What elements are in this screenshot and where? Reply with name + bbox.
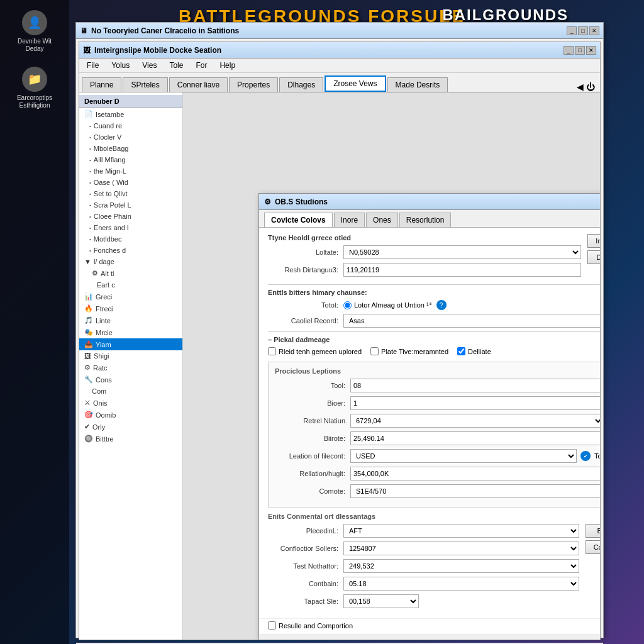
dialog-tab-covicte[interactable]: Covicte Colovs	[264, 213, 333, 227]
inner-minimize-button[interactable]: _	[564, 46, 574, 55]
tool-label: Tool:	[275, 382, 350, 389]
dialog-tab-resorlution[interactable]: Resorlution	[399, 213, 452, 227]
desly-de-button[interactable]: Desly De...	[587, 250, 600, 264]
test-select[interactable]: 249,532	[343, 559, 579, 573]
bullet-icon: •	[89, 169, 91, 174]
menu-bar: File Yolus Vies Tole For Help	[79, 58, 600, 73]
sidebar-item-com[interactable]: Com	[79, 386, 182, 397]
sidebar-item-fonches[interactable]: • Fonches d	[79, 245, 182, 256]
sidebar-item-linte[interactable]: 🎵 Linte	[79, 314, 182, 326]
sidebar-item-mbolebag[interactable]: • MboleBagg	[79, 143, 182, 154]
check1-input[interactable]	[268, 347, 276, 355]
sidebar-item-eners[interactable]: • Eners and l	[79, 222, 182, 233]
confloctior-select[interactable]: 1254807	[343, 541, 579, 555]
tab-dlhages[interactable]: Dlhages	[279, 77, 323, 92]
tab-conner-liave[interactable]: Conner liave	[169, 77, 228, 92]
desktop-icon-folder[interactable]: 📁 Earcoroptips Esthifigtion	[9, 63, 60, 113]
dialog-tab-ones[interactable]: Ones	[366, 213, 398, 227]
bioer-row: Bioer:	[275, 396, 600, 410]
sidebar-item-cloee[interactable]: • Cloee Phain	[79, 211, 182, 222]
tab-planne[interactable]: Planne	[82, 77, 121, 92]
contbain-select[interactable]: 05.18	[343, 577, 579, 591]
sidebar-item-mrcie[interactable]: 🎭 Mrcie	[79, 326, 182, 338]
sidebar-item-scra[interactable]: • Scra Potel L	[79, 199, 182, 211]
dialog: ⚙ OB.S Studions ✕ Covicte Colovs Inore O…	[258, 193, 600, 640]
dialog-icon: ⚙	[264, 197, 271, 206]
sidebar-item-orly[interactable]: ✔ Orly	[79, 421, 182, 433]
tab-sprteles[interactable]: SPrteles	[123, 77, 167, 92]
resulle-checkbox[interactable]	[268, 621, 276, 630]
tapact-select[interactable]: 00,158	[343, 594, 419, 608]
sidebar-item-ratc[interactable]: ⚙ Ratc	[79, 362, 182, 374]
check3-input[interactable]	[457, 347, 465, 355]
sidebar-item-alt[interactable]: ⚙ Alt ti	[79, 267, 182, 279]
minimize-button[interactable]: _	[567, 26, 577, 35]
totot-radio: Lotor Almeag ot Untion ¹⁴ ?	[343, 300, 447, 310]
plecedin-label: PlecedinL:	[268, 527, 343, 535]
retrel-select[interactable]: 6729,04	[350, 414, 600, 428]
menu-vies[interactable]: Vies	[137, 60, 162, 71]
biirote-input[interactable]	[350, 431, 600, 445]
dialog-body: Ttyne Heoldl grrece otied Loltate: N0,59…	[259, 228, 600, 618]
sidebar-item-onis[interactable]: ⚔ Onis	[79, 397, 182, 409]
sidebar-item-greci[interactable]: 📊 Greci	[79, 291, 182, 303]
sidebar-item-mign[interactable]: • the Mign-L	[79, 165, 182, 177]
menu-file[interactable]: File	[82, 60, 104, 71]
in-payude-button[interactable]: In Payude..	[587, 234, 600, 248]
maximize-button[interactable]: □	[578, 26, 588, 35]
desktop-icon-user[interactable]: 👤 Devnibe Wit Deday	[9, 6, 60, 57]
resh-input[interactable]	[343, 263, 581, 277]
menu-tole[interactable]: Tole	[164, 60, 188, 71]
sidebar-item-cons[interactable]: 🔧 Cons	[79, 374, 182, 386]
tab-made-desrits[interactable]: Made Desrits	[387, 77, 448, 92]
sidebar-item-ftreci[interactable]: 🔥 Ftreci	[79, 303, 182, 314]
totot-radio-input[interactable]	[343, 301, 352, 309]
sidebar-item-bitttre[interactable]: 🔘 Bitttre	[79, 433, 182, 445]
sidebar-item-clocler[interactable]: • Clocler V	[79, 131, 182, 143]
sidebar-item-alll[interactable]: • Alll Mfiang	[79, 154, 182, 165]
menu-for[interactable]: For	[191, 60, 212, 71]
check1-row: Rleid tenh gemeen uplored	[268, 347, 362, 355]
sidebar-item-shigi[interactable]: 🖼 Shigi	[79, 350, 182, 362]
inner-maximize-button[interactable]: □	[575, 46, 585, 55]
tab-propertes[interactable]: Propertes	[229, 77, 278, 92]
sidebar-item-motl[interactable]: • Motldbec	[79, 233, 182, 245]
section1-title: Ttyne Heoldl grrece otied	[268, 234, 581, 242]
resulle-checkbox-row: Resulle and Comportion	[268, 621, 600, 630]
sidebar-item-dage[interactable]: ▼ l/ dage	[79, 256, 182, 267]
sidebar-item-cuand[interactable]: • Cuand re	[79, 120, 182, 131]
nav-power-button[interactable]: ⏻	[586, 82, 595, 92]
check2-input[interactable]	[370, 347, 379, 355]
loltate-select[interactable]: N0,59028	[343, 245, 581, 259]
conpation-button[interactable]: Conpation...	[586, 540, 600, 554]
nav-back-button[interactable]: ◀	[577, 82, 584, 92]
comote-select[interactable]: S1E4/570	[350, 484, 600, 498]
sidebar-item-oomib[interactable]: 🎯 Oomib	[79, 409, 182, 421]
outer-window-titlebar: 🖥 No Teooryied Caner Clracelio in Satiti…	[76, 23, 603, 39]
inner-close-button[interactable]: ✕	[586, 46, 596, 55]
bioer-input[interactable]	[350, 396, 600, 410]
sidebar-item-set[interactable]: • Set to Qllvt	[79, 188, 182, 199]
dialog-tab-inore[interactable]: Inore	[334, 213, 365, 227]
caoliel-select[interactable]: Asas	[343, 314, 600, 328]
tapact-row: Tapact Sle: 00,158	[268, 594, 579, 608]
plecedin-select[interactable]: AFT	[343, 524, 579, 538]
sidebar-item-yiam[interactable]: 📤 Yiam	[79, 338, 182, 350]
section4-buttons: Basiglol... Conpation...	[586, 524, 600, 554]
rellation-input[interactable]	[350, 467, 600, 480]
check1-label: Rleid tenh gemeen uplored	[279, 348, 362, 355]
tab-zrosee-vews[interactable]: Zrosee Vews	[325, 75, 386, 92]
sidebar-item-isetambe[interactable]: 📄 Isetambe	[79, 108, 182, 120]
sidebar-item-oase[interactable]: • Oase ( Wid	[79, 177, 182, 188]
test-row: Test Nothattor: 249,532	[268, 559, 579, 573]
tool-input[interactable]	[350, 379, 600, 392]
leation-select[interactable]: USED	[350, 449, 577, 463]
close-button[interactable]: ✕	[589, 26, 599, 35]
menu-yolus[interactable]: Yolus	[106, 60, 135, 71]
sidebar-item-eart[interactable]: Eart c	[79, 279, 182, 291]
basiglol-button[interactable]: Basiglol...	[586, 524, 600, 538]
section4-content: PlecedinL: AFT Confloctior Sollers:	[268, 524, 600, 612]
menu-help[interactable]: Help	[214, 60, 240, 71]
inner-window-controls: _ □ ✕	[564, 46, 596, 55]
sword-icon: ⚔	[84, 399, 91, 407]
